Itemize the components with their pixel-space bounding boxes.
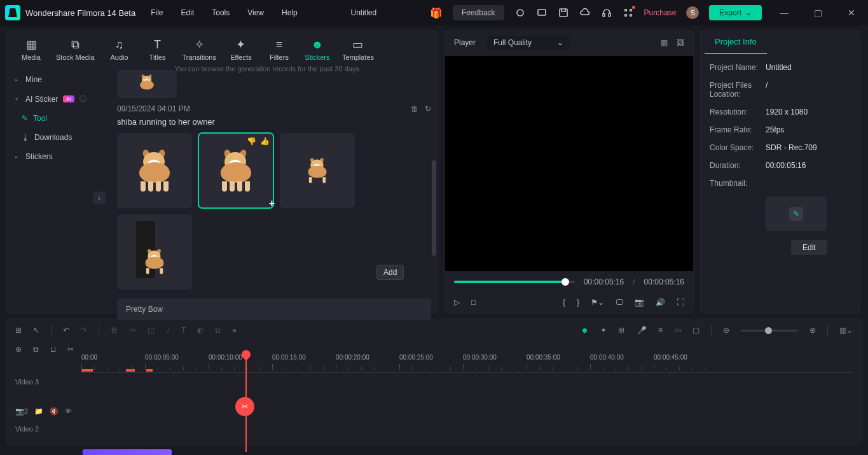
track-link-icon[interactable]: ⧉ — [33, 345, 39, 354]
mic-icon[interactable]: 🎤 — [637, 326, 647, 335]
track-add-icon[interactable]: ⊕ — [15, 345, 22, 354]
menu-edit[interactable]: Edit — [181, 8, 195, 17]
timeline-ruler[interactable]: 00:00 00:00:05:00 00:00:10:00 00:00:15:0… — [81, 354, 853, 373]
sparkle-icon[interactable]: ✦ — [600, 326, 607, 335]
sticker-result-1[interactable] — [117, 133, 192, 208]
zoom-out-icon[interactable]: ⊖ — [723, 326, 729, 335]
menu-file[interactable]: File — [151, 8, 163, 17]
tab-templates[interactable]: ▭Templates — [337, 33, 379, 65]
maximize-button[interactable]: ▢ — [806, 8, 830, 18]
thumbs-up-icon[interactable]: 👍 — [260, 137, 270, 146]
snapshot-icon[interactable]: 📷 — [635, 298, 644, 307]
track-video-3[interactable]: Video 3 — [5, 373, 863, 391]
display-icon[interactable] — [536, 7, 548, 18]
crop-icon[interactable]: ◫ — [148, 326, 155, 335]
more-icon[interactable]: » — [232, 326, 237, 335]
cloud-icon[interactable] — [579, 7, 591, 18]
cut-badge[interactable]: ✂ — [235, 397, 254, 416]
export-button[interactable]: Export⌄ — [709, 5, 762, 20]
track-magnet-icon[interactable]: ⊔ — [50, 345, 56, 354]
layout-icon[interactable]: ▦ — [661, 38, 668, 47]
track-video-2[interactable]: Video 2 — [5, 420, 863, 438]
collapse-sidebar-button[interactable]: ‹ — [93, 192, 106, 204]
avatar[interactable]: S — [686, 6, 699, 19]
fullscreen-icon[interactable]: ⛶ — [677, 298, 684, 307]
columns-icon[interactable]: ▥⌄ — [839, 326, 853, 335]
info-icon[interactable]: ⓘ — [79, 94, 86, 104]
mark-in-icon[interactable]: { — [563, 298, 565, 307]
list-icon[interactable]: ≡ — [658, 326, 663, 335]
purchase-link[interactable]: Purchase — [644, 8, 677, 17]
track-video-2-header[interactable]: 📷2 📁 🔇 👁 — [5, 402, 863, 420]
stop-button[interactable]: □ — [471, 298, 476, 307]
text-icon[interactable]: T — [181, 326, 186, 335]
mute-icon[interactable]: 🔇 — [50, 407, 59, 416]
sidebar-item-ai-sticker[interactable]: ▾AI StickerAIⓘ — [9, 89, 106, 109]
pointer-icon[interactable]: ↖ — [33, 326, 39, 335]
tab-media[interactable]: ▦Media — [13, 33, 50, 65]
sticker-result-4[interactable] — [117, 214, 192, 290]
sticker-result-3[interactable] — [280, 133, 355, 208]
chain-icon[interactable]: ⧉ — [215, 326, 221, 335]
save-icon[interactable] — [558, 7, 569, 18]
feedback-button[interactable]: Feedback — [453, 5, 504, 20]
undo-icon[interactable]: ↶ — [63, 326, 69, 335]
tab-stickers[interactable]: ☻Stickers — [299, 33, 336, 65]
tab-effects[interactable]: ✦Effects — [223, 33, 259, 65]
menu-tools[interactable]: Tools — [212, 8, 230, 17]
tab-filters[interactable]: ≡Filters — [261, 33, 298, 65]
mark-out-icon[interactable]: } — [577, 298, 579, 307]
sticker-thumb-prev[interactable] — [117, 70, 177, 98]
tab-transitions[interactable]: ✧Transitions — [177, 33, 221, 65]
shield-icon[interactable]: ⛨ — [618, 326, 626, 335]
redo-icon[interactable]: ↷ — [81, 326, 87, 335]
sidebar-item-mine[interactable]: ▸Mine — [9, 70, 106, 89]
add-icon[interactable]: + — [269, 198, 275, 209]
play-button[interactable]: ▷ — [454, 298, 460, 307]
scrollbar[interactable] — [432, 160, 436, 256]
volume-icon[interactable]: 🔊 — [656, 298, 665, 307]
video-preview[interactable] — [445, 56, 693, 271]
track-cut-icon[interactable]: ✂ — [67, 345, 74, 354]
eye-icon[interactable]: 👁 — [65, 407, 72, 415]
sidebar-item-downloads[interactable]: ⭳Downloads — [9, 128, 106, 147]
close-button[interactable]: ✕ — [840, 8, 863, 18]
image-icon[interactable]: 🖼 — [677, 38, 684, 47]
sticker-result-2[interactable]: 👎👍 + — [198, 133, 273, 208]
delete-icon[interactable]: 🗑 — [411, 104, 418, 113]
headphones-icon[interactable] — [601, 7, 612, 18]
trash-icon[interactable]: 🗑 — [111, 326, 118, 335]
thumbs-down-icon[interactable]: 👎 — [247, 137, 256, 146]
frame-icon[interactable]: ▭ — [674, 326, 681, 335]
screen-icon[interactable]: 🖵 — [616, 298, 623, 307]
sidebar-item-stickers[interactable]: ▸Stickers — [9, 147, 106, 166]
music-icon[interactable]: ♪ — [166, 326, 170, 335]
cut-icon[interactable]: ✂ — [130, 326, 136, 335]
zoom-slider[interactable] — [741, 330, 798, 332]
tab-titles[interactable]: TTitles — [139, 33, 176, 65]
marker-icon[interactable]: ⚑⌄ — [591, 298, 604, 307]
menu-view[interactable]: View — [247, 8, 264, 17]
gift-icon[interactable]: 🎁 — [430, 7, 443, 19]
search-input[interactable]: Pretty Bow — [117, 298, 431, 320]
zoom-in-icon[interactable]: ⊕ — [809, 326, 816, 335]
tab-stock[interactable]: ⧉Stock Media — [51, 33, 100, 65]
timeline-clip[interactable] — [83, 449, 172, 455]
ai-face-icon[interactable]: ☻ — [581, 326, 589, 335]
tab-audio[interactable]: ♫Audio — [101, 33, 138, 65]
edit-button[interactable]: Edit — [791, 240, 827, 255]
box-icon[interactable]: ▢ — [692, 326, 699, 335]
folder-icon[interactable]: 📁 — [34, 407, 43, 416]
menu-help[interactable]: Help — [282, 8, 298, 17]
grid-icon[interactable]: ⊞ — [15, 326, 22, 335]
minimize-button[interactable]: — — [772, 8, 796, 18]
record-icon[interactable] — [514, 7, 526, 18]
quality-select[interactable]: Full Quality⌄ — [487, 36, 570, 50]
tab-project-info[interactable]: Project Info — [705, 29, 767, 54]
refresh-icon[interactable]: ↻ — [425, 104, 431, 113]
apps-icon[interactable] — [623, 7, 634, 18]
preview-progress[interactable] — [454, 281, 575, 283]
mask-icon[interactable]: ◐ — [197, 326, 203, 335]
sidebar-item-tool[interactable]: ✎Tool — [9, 109, 106, 128]
thumbnail-preview[interactable]: ✎ — [766, 197, 827, 231]
